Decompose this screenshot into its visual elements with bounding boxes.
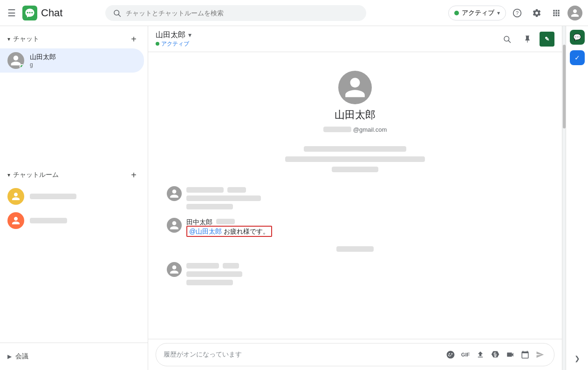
settings-button[interactable] bbox=[528, 5, 545, 21]
expand-icon: ❯ bbox=[574, 355, 580, 362]
search-icon bbox=[113, 9, 121, 17]
chat-icon: 💬 bbox=[573, 34, 581, 41]
drive-button[interactable] bbox=[489, 348, 502, 361]
chat-status-dot bbox=[156, 42, 159, 46]
apps-button[interactable] bbox=[548, 5, 565, 21]
chatroom-section-label: チャットルーム bbox=[13, 171, 59, 179]
chatroom-chevron-icon: ▾ bbox=[7, 172, 10, 178]
msg-header-1 bbox=[186, 186, 261, 194]
chat-input-bar: 履歴がオンになっています GIF bbox=[148, 339, 562, 370]
message-group-1 bbox=[167, 186, 543, 210]
chat-panel-icon[interactable]: 💬 bbox=[570, 30, 585, 45]
emoji-button[interactable] bbox=[444, 348, 457, 361]
sidebar-bottom: ▶ 会議 bbox=[0, 343, 148, 370]
msg-avatar-1 bbox=[167, 186, 182, 201]
scrollbar-track[interactable] bbox=[562, 26, 566, 370]
chat-contact-name: 山田太郎 bbox=[156, 30, 185, 40]
msg-time-blurred-1 bbox=[227, 187, 246, 193]
app-logo: Chat bbox=[22, 6, 62, 20]
room-item-2[interactable] bbox=[0, 209, 148, 233]
profile-info-section bbox=[167, 145, 543, 173]
search-bar-container bbox=[105, 5, 366, 21]
scrollbar-thumb[interactable] bbox=[563, 45, 566, 128]
profile-silhouette-icon bbox=[343, 75, 367, 100]
message-group-2: 田中太郎 @山田太郎 お疲れ様です。 bbox=[167, 218, 543, 236]
expand-panel-button[interactable]: ❯ bbox=[574, 354, 580, 366]
upload-icon bbox=[476, 350, 485, 359]
msg-content-2: 田中太郎 @山田太郎 お疲れ様です。 bbox=[186, 218, 272, 236]
chat-search-icon bbox=[503, 35, 511, 43]
chat-body: 山田太郎 @gmail.com bbox=[148, 52, 562, 339]
chat-search-button[interactable] bbox=[499, 31, 515, 47]
room-name-blurred-2 bbox=[30, 218, 67, 223]
msg-text-blurred-1b bbox=[186, 204, 233, 209]
send-button[interactable] bbox=[533, 348, 547, 361]
msg-content-1 bbox=[186, 186, 261, 210]
add-chat-button[interactable]: + bbox=[127, 33, 140, 46]
send-icon bbox=[536, 350, 544, 359]
svg-text:?: ? bbox=[516, 10, 519, 16]
chat-status-text: アクティブ bbox=[161, 40, 189, 48]
tasks-panel-icon[interactable]: ✓ bbox=[570, 50, 585, 65]
msg-sender-blurred-1 bbox=[186, 187, 224, 193]
chevron-down-icon: ▾ bbox=[497, 10, 500, 16]
message-group-3 bbox=[167, 262, 543, 286]
chat-header-actions: ✎ bbox=[499, 31, 554, 47]
contact-item-yamada[interactable]: 山田太郎 g bbox=[0, 48, 144, 73]
account-button[interactable] bbox=[567, 6, 582, 20]
chat-user-status: アクティブ bbox=[156, 40, 191, 48]
msg-header-3 bbox=[186, 262, 242, 269]
right-panel: 💬 ✓ ❯ bbox=[566, 26, 588, 370]
mention-text: お疲れ様です。 bbox=[224, 228, 269, 235]
notes-panel-button[interactable]: ✎ bbox=[540, 32, 554, 47]
gif-button[interactable]: GIF bbox=[459, 348, 472, 361]
room-item-1[interactable] bbox=[0, 184, 148, 209]
content-row: ▾ チャット + 山田太郎 g bbox=[0, 26, 588, 370]
msg-time-blurred-3 bbox=[223, 263, 239, 269]
profile-name: 山田太郎 bbox=[335, 108, 376, 122]
meeting-label: 会議 bbox=[15, 352, 28, 361]
room-avatar-2 bbox=[7, 212, 24, 229]
room-icon-2 bbox=[11, 216, 21, 225]
top-nav-actions: アクティブ ▾ ? bbox=[448, 5, 582, 21]
add-room-button[interactable]: + bbox=[127, 168, 140, 182]
upload-button[interactable] bbox=[474, 348, 487, 361]
yamada-status: g bbox=[30, 61, 56, 68]
online-indicator bbox=[20, 64, 24, 69]
chat-chevron-icon: ▾ bbox=[7, 36, 10, 42]
svg-point-1 bbox=[27, 12, 28, 13]
chat-section-header[interactable]: ▾ チャット + bbox=[0, 30, 148, 48]
msg-user-icon-2 bbox=[169, 220, 179, 230]
profile-avatar bbox=[338, 71, 372, 104]
main-chat-area: 山田太郎 ▾ アクティブ bbox=[148, 26, 562, 370]
help-button[interactable]: ? bbox=[509, 5, 526, 21]
pin-button[interactable] bbox=[519, 31, 536, 47]
help-icon: ? bbox=[513, 8, 522, 18]
info-line-3 bbox=[332, 167, 378, 172]
meet-button[interactable] bbox=[504, 348, 517, 361]
msg-user-icon-1 bbox=[169, 188, 179, 199]
chat-header: 山田太郎 ▾ アクティブ bbox=[148, 26, 562, 52]
meeting-section[interactable]: ▶ 会議 bbox=[7, 349, 140, 364]
message-input-area[interactable]: 履歴がオンになっています GIF bbox=[156, 343, 554, 366]
room-avatar-1 bbox=[7, 188, 24, 205]
status-label: アクティブ bbox=[462, 9, 494, 17]
notes-icon: ✎ bbox=[545, 36, 549, 42]
chat-user-chevron-icon: ▾ bbox=[188, 31, 191, 39]
chat-user-name[interactable]: 山田太郎 ▾ bbox=[156, 30, 191, 40]
timestamp-blurred-2 bbox=[336, 246, 374, 252]
svg-line-9 bbox=[508, 40, 510, 42]
msg-avatar-3 bbox=[167, 262, 182, 277]
sidebar: ▾ チャット + 山田太郎 g bbox=[0, 26, 148, 370]
mention-tag: @山田太郎 bbox=[189, 228, 222, 235]
chat-section-label: チャット bbox=[13, 35, 39, 43]
status-badge[interactable]: アクティブ ▾ bbox=[448, 6, 506, 20]
chatroom-section-header[interactable]: ▾ チャットルーム + bbox=[0, 166, 148, 184]
msg-avatar-2 bbox=[167, 218, 182, 233]
search-input[interactable] bbox=[126, 9, 359, 17]
top-navigation: ☰ Chat bbox=[0, 0, 588, 26]
hamburger-icon[interactable]: ☰ bbox=[6, 6, 18, 20]
chevron-right-icon: ▶ bbox=[7, 353, 12, 360]
drive-icon bbox=[491, 350, 499, 359]
calendar-button[interactable] bbox=[519, 348, 532, 361]
